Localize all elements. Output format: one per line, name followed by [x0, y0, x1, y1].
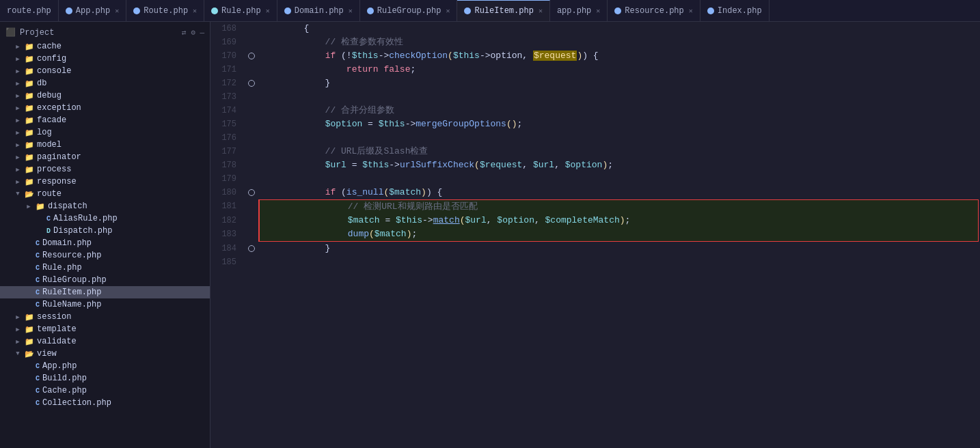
- sidebar-item-resource[interactable]: C Resource.php: [0, 249, 210, 262]
- tab-ruleitem[interactable]: RuleItem.php ✕: [457, 0, 549, 21]
- tab-label: App.php: [76, 6, 110, 16]
- breakpoint-184[interactable]: [248, 245, 255, 252]
- line-gutter-175: [245, 117, 258, 131]
- sidebar-item-config[interactable]: 📁 config: [0, 53, 210, 65]
- sidebar-item-log[interactable]: 📁 log: [0, 126, 210, 139]
- sidebar-item-appphp2[interactable]: C App.php: [0, 360, 210, 372]
- sidebar-item-exception[interactable]: 📁 exception: [0, 102, 210, 114]
- sidebar-item-ruleitem[interactable]: C RuleItem.php: [0, 286, 210, 298]
- tab-close-appphp[interactable]: ✕: [596, 7, 600, 15]
- sidebar[interactable]: ⬛ Project ⇄ ⚙ — 📁 cache 📁 config 📁 conso…: [0, 22, 210, 448]
- folder-label-paginator: paginator: [37, 152, 81, 162]
- sidebar-item-cache[interactable]: 📁 cache: [0, 40, 210, 53]
- sidebar-item-dispatch2[interactable]: D Dispatch.php: [0, 225, 210, 237]
- file-label-cache2: Cache.php: [42, 386, 87, 395]
- file-arrow-dispatch2: [36, 227, 44, 235]
- tab-icon-app: [66, 8, 72, 14]
- folder-icon-debug: 📁: [25, 92, 34, 100]
- breakpoint-170[interactable]: [248, 53, 255, 59]
- tab-icon-route2: [133, 8, 140, 14]
- tab-rulegroup[interactable]: RuleGroup.php ✕: [360, 0, 458, 21]
- tab-icon-rulegroup: [367, 8, 374, 14]
- tab-close-rule[interactable]: ✕: [266, 7, 270, 15]
- line-content-175: $option = $this->mergeGroupOptions();: [258, 117, 980, 131]
- sidebar-item-view[interactable]: 📂 view: [0, 348, 210, 360]
- sidebar-item-domain[interactable]: C Domain.php: [0, 237, 210, 249]
- sidebar-item-aliasrule[interactable]: C AliasRule.php: [0, 212, 210, 225]
- line-number-172: 172: [210, 76, 245, 90]
- file-arrow-appphp2: [25, 362, 33, 370]
- line-gutter-174: [245, 104, 258, 117]
- line-content-171: return false;: [258, 63, 980, 76]
- code-line-182: 182 $match = $this->match($url, $option,…: [210, 214, 980, 227]
- line-content-182: $match = $this->match($url, $option, $co…: [258, 214, 979, 227]
- sidebar-item-validate[interactable]: 📁 validate: [0, 335, 210, 348]
- folder-icon-session: 📁: [25, 313, 34, 322]
- folder-icon-db: 📁: [25, 79, 34, 88]
- folder-label-facade: facade: [37, 115, 66, 125]
- line-gutter-173: [245, 90, 258, 104]
- file-label-rule: Rule.php: [42, 263, 82, 272]
- file-icon-resource: C: [36, 252, 40, 260]
- sidebar-item-collection[interactable]: C Collection.php: [0, 397, 210, 409]
- file-label-ruleitem: RuleItem.php: [42, 288, 101, 297]
- tab-close-app[interactable]: ✕: [115, 7, 119, 15]
- file-icon-aliasrule: C: [46, 215, 51, 223]
- sidebar-item-console[interactable]: 📁 console: [0, 65, 210, 77]
- tab-route[interactable]: route.php: [0, 0, 59, 21]
- tab-close-resource[interactable]: ✕: [689, 7, 693, 15]
- tab-rule[interactable]: Rule.php ✕: [204, 0, 277, 21]
- line-content-176: [258, 131, 980, 145]
- sidebar-item-debug[interactable]: 📁 debug: [0, 89, 210, 102]
- sidebar-item-cache2[interactable]: C Cache.php: [0, 384, 210, 397]
- file-icon-cache2: C: [36, 387, 40, 395]
- sidebar-item-response[interactable]: 📁 response: [0, 176, 210, 188]
- sidebar-item-build[interactable]: C Build.php: [0, 372, 210, 384]
- file-arrow-ruleitem: [25, 288, 33, 296]
- line-number-180: 180: [210, 186, 245, 199]
- sidebar-item-model[interactable]: 📁 model: [0, 139, 210, 151]
- sidebar-item-rule[interactable]: C Rule.php: [0, 262, 210, 274]
- tab-route2[interactable]: Route.php ✕: [126, 0, 204, 21]
- tab-appphp[interactable]: app.php ✕: [550, 0, 608, 21]
- tab-app[interactable]: App.php ✕: [59, 0, 126, 21]
- line-content-174: // 合并分组参数: [258, 104, 980, 117]
- folder-icon-route: 📂: [25, 190, 34, 199]
- tab-close-ruleitem[interactable]: ✕: [539, 7, 543, 15]
- folder-label-route: route: [37, 189, 62, 199]
- tab-close-rulegroup[interactable]: ✕: [446, 7, 450, 15]
- folder-icon-paginator: 📁: [25, 153, 34, 162]
- tab-label: RuleItem.php: [474, 6, 533, 16]
- file-icon-appphp2: C: [36, 363, 40, 370]
- sidebar-header: ⬛ Project ⇄ ⚙ —: [0, 25, 210, 40]
- file-icon-ruleitem: C: [36, 289, 40, 296]
- tab-close-domain[interactable]: ✕: [349, 7, 353, 15]
- sidebar-item-process[interactable]: 📁 process: [0, 163, 210, 176]
- file-arrow-aliasrule: [36, 214, 44, 223]
- folder-arrow-route: [14, 190, 22, 198]
- folder-icon-response: 📁: [25, 178, 34, 186]
- folder-icon-cache: 📁: [25, 42, 34, 51]
- line-number-170: 170: [210, 49, 245, 63]
- code-editor[interactable]: 168 { 169 // 检查参数有效性 170 if (!$this->: [210, 22, 980, 448]
- sidebar-item-rulegroup[interactable]: C RuleGroup.php: [0, 274, 210, 286]
- sidebar-item-session[interactable]: 📁 session: [0, 311, 210, 323]
- sidebar-item-template[interactable]: 📁 template: [0, 323, 210, 335]
- line-gutter-177: [245, 145, 258, 158]
- sidebar-item-route[interactable]: 📂 route: [0, 188, 210, 200]
- folder-label-config: config: [37, 54, 66, 64]
- tab-close-route2[interactable]: ✕: [193, 7, 197, 15]
- tab-index[interactable]: Index.php: [700, 0, 770, 21]
- sidebar-item-db[interactable]: 📁 db: [0, 77, 210, 89]
- tab-label: Domain.php: [295, 6, 344, 16]
- sidebar-item-paginator[interactable]: 📁 paginator: [0, 151, 210, 163]
- breakpoint-172[interactable]: [248, 80, 255, 87]
- tab-resource[interactable]: Resource.php ✕: [608, 0, 700, 21]
- breakpoint-180[interactable]: [248, 189, 255, 196]
- sidebar-item-dispatch[interactable]: 📁 dispatch: [0, 200, 210, 212]
- sidebar-item-rulename[interactable]: C RuleName.php: [0, 298, 210, 311]
- sidebar-item-facade[interactable]: 📁 facade: [0, 114, 210, 126]
- tab-domain[interactable]: Domain.php ✕: [277, 0, 360, 21]
- folder-arrow-facade: [14, 116, 22, 124]
- line-number-185: 185: [210, 255, 245, 269]
